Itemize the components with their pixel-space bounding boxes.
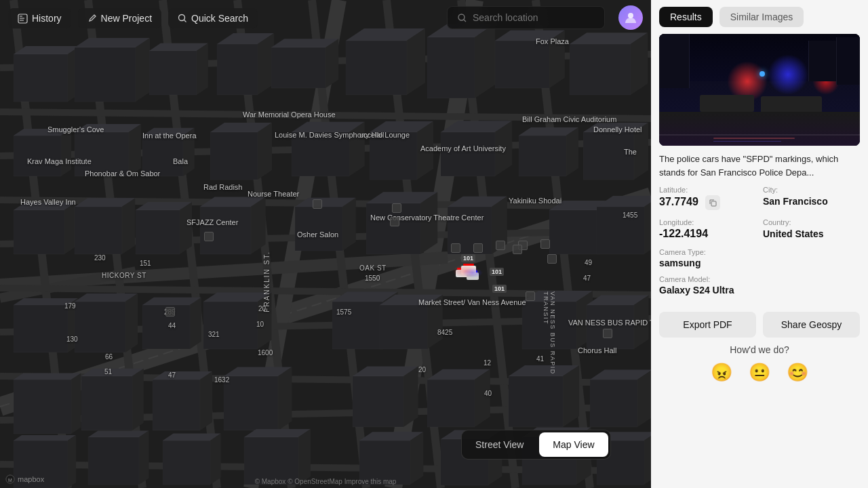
quick-search-button[interactable]: Quick Search: [168, 8, 258, 28]
right-panel: Results Similar Images The police cars: [651, 0, 868, 488]
city-label: City:: [763, 186, 860, 194]
share-geospy-button[interactable]: Share Geospy: [763, 312, 860, 338]
emoji-row: 😠 😐 😊: [659, 362, 860, 383]
map-icon: [204, 232, 214, 241]
incident-marker: [456, 264, 490, 285]
feedback-bad-button[interactable]: 😠: [711, 362, 732, 383]
latitude-label: Latitude:: [659, 186, 756, 194]
camera-type-item: Camera Type: samsung: [659, 248, 860, 268]
map-area[interactable]: Fox PlazaSmuggler's CoveInn at the Opera…: [0, 0, 651, 488]
new-project-label: New Project: [101, 13, 152, 24]
map-icon: [603, 329, 612, 338]
new-project-button[interactable]: New Project: [78, 8, 161, 28]
svg-point-6: [179, 15, 185, 21]
topbar-right-section: [447, 5, 643, 30]
van-ness-rapid-label: VAN NESS BUS RAPIDTRANSIT: [536, 291, 556, 375]
camera-type-value: samsung: [659, 258, 860, 268]
topbar: History New Project Quick Search: [0, 0, 868, 37]
country-label: Country:: [763, 218, 860, 226]
longitude-value: -122.4194: [659, 228, 708, 239]
country-item: Country: United States: [763, 218, 860, 240]
quick-search-label: Quick Search: [191, 13, 248, 24]
svg-line-9: [464, 20, 466, 22]
search-location-input[interactable]: [473, 12, 595, 23]
svg-line-7: [184, 20, 186, 22]
feedback-neutral-button[interactable]: 😐: [749, 362, 770, 383]
map-icon: [390, 217, 399, 226]
view-toggle: Street View Map View: [461, 430, 611, 460]
info-grid: Latitude: 37.7749 City: San Francisco Lo…: [659, 186, 860, 240]
map-canvas: [0, 0, 651, 488]
result-image: [659, 34, 860, 146]
camera-model-value: Galaxy S24 Ultra: [659, 285, 860, 296]
longitude-item: Longitude: -122.4194: [659, 218, 756, 240]
search-location-container[interactable]: [447, 6, 605, 29]
night-scene: [659, 34, 860, 146]
country-value: United States: [763, 228, 823, 239]
map-icon: [547, 254, 557, 264]
action-buttons: Export PDF Share Geospy: [659, 312, 860, 338]
camera-type-label: Camera Type:: [659, 248, 860, 256]
map-icon: [513, 245, 522, 254]
longitude-label: Longitude:: [659, 218, 756, 226]
city-item: City: San Francisco: [763, 186, 860, 210]
copy-latitude-button[interactable]: [705, 195, 720, 210]
camera-model-item: Camera Model: Galaxy S24 Ultra: [659, 275, 860, 296]
history-icon: [18, 14, 28, 24]
svg-point-8: [458, 14, 465, 20]
map-icon: [540, 239, 550, 249]
map-icon: [451, 243, 460, 253]
export-pdf-button[interactable]: Export PDF: [659, 312, 756, 338]
latitude-value: 37.7749: [659, 196, 698, 207]
street-view-button[interactable]: Street View: [462, 430, 537, 459]
route-badge: 101: [492, 285, 507, 293]
map-icon: [392, 203, 401, 213]
svg-rect-11: [711, 201, 716, 206]
map-icon: [526, 291, 535, 301]
description-text: The police cars have "SFPD" markings, wh…: [659, 152, 860, 179]
feedback-good-button[interactable]: 😊: [787, 362, 808, 383]
camera-info: Camera Type: samsung Camera Model: Galax…: [659, 248, 860, 302]
svg-point-10: [628, 13, 633, 18]
search-location-icon: [457, 13, 467, 23]
search-icon-topbar: [178, 14, 187, 23]
route-badge: 101: [490, 268, 504, 276]
history-label: History: [32, 13, 62, 24]
map-icon: [165, 307, 175, 317]
map-view-button[interactable]: Map View: [539, 432, 608, 457]
avatar[interactable]: [618, 5, 643, 30]
map-icon: [496, 241, 505, 250]
camera-model-label: Camera Model:: [659, 275, 860, 283]
feedback-section: How'd we do? 😠 😐 😊: [659, 344, 860, 383]
city-value: San Francisco: [763, 196, 828, 207]
feedback-title: How'd we do?: [659, 344, 860, 355]
history-button[interactable]: History: [8, 8, 71, 28]
latitude-item: Latitude: 37.7749: [659, 186, 756, 210]
map-icon: [473, 243, 483, 253]
pencil-icon: [87, 14, 97, 23]
route-badge: 101: [461, 254, 475, 262]
map-icon: [313, 199, 322, 209]
osm-credit: © Mapbox © OpenStreetMap Improve this ma…: [0, 478, 651, 485]
